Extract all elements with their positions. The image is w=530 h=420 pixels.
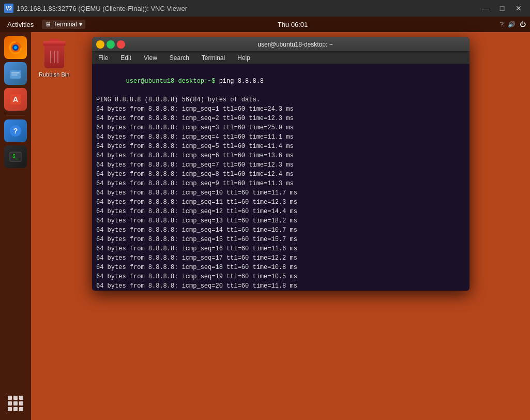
- terminal-output-line: 64 bytes from 8.8.8.8: icmp_seq=10 ttl=6…: [96, 188, 465, 198]
- terminal-output-line: 64 bytes from 8.8.8.8: icmp_seq=3 ttl=60…: [96, 123, 465, 132]
- svg-point-2: [14, 46, 17, 49]
- terminal-minimize-button[interactable]: [96, 40, 104, 49]
- panel-help-icon[interactable]: ?: [500, 21, 504, 28]
- terminal-menu-file[interactable]: File: [96, 53, 110, 63]
- vnc-icon: V2: [4, 4, 13, 13]
- vnc-close-button[interactable]: ✕: [511, 3, 526, 13]
- ubuntu-dock: A ? $_: [0, 32, 31, 420]
- terminal-menu-view[interactable]: View: [142, 53, 159, 63]
- terminal-output-line: 64 bytes from 8.8.8.8: icmp_seq=6 ttl=60…: [96, 151, 465, 160]
- panel-sound-icon[interactable]: 🔊: [508, 21, 516, 28]
- terminal-close-button[interactable]: [117, 40, 125, 49]
- terminal-maximize-button[interactable]: [107, 40, 115, 49]
- terminal-content[interactable]: user@ubuntu18-desktop:~$ ping 8.8.8.8 PI…: [92, 64, 470, 291]
- terminal-titlebar: user@ubuntu18-desktop: ~: [92, 37, 470, 52]
- svg-text:$_: $_: [12, 153, 19, 159]
- terminal-dropdown-icon: ▾: [79, 21, 82, 28]
- terminal-output-line: PING 8.8.8.8 (8.8.8.8) 56(84) bytes of d…: [96, 95, 465, 104]
- terminal-output-line: 64 bytes from 8.8.8.8: icmp_seq=1 ttl=60…: [96, 104, 465, 114]
- terminal-output-line: 64 bytes from 8.8.8.8: icmp_seq=12 ttl=6…: [96, 207, 465, 216]
- panel-clock: Thu 06:01: [85, 21, 501, 28]
- terminal-output-line: 64 bytes from 8.8.8.8: icmp_seq=16 ttl=6…: [96, 244, 465, 253]
- terminal-menu-help[interactable]: Help: [235, 53, 252, 63]
- terminal-output-line: 64 bytes from 8.8.8.8: icmp_seq=4 ttl=60…: [96, 132, 465, 142]
- dock-software[interactable]: A: [4, 88, 27, 111]
- vnc-minimize-button[interactable]: —: [478, 3, 493, 13]
- terminal-taskbar-label: Terminal: [53, 21, 77, 28]
- terminal-prompt: user@ubuntu18-desktop:~$: [126, 78, 216, 85]
- terminal-menu-terminal[interactable]: Terminal: [200, 53, 227, 63]
- bin-lid: [43, 41, 66, 46]
- terminal-menubar: File Edit View Search Terminal Help: [92, 52, 470, 64]
- activities-button[interactable]: Activities: [4, 20, 37, 29]
- terminal-output: PING 8.8.8.8 (8.8.8.8) 56(84) bytes of d…: [96, 95, 465, 291]
- terminal-output-line: 64 bytes from 8.8.8.8: icmp_seq=18 ttl=6…: [96, 263, 465, 272]
- terminal-output-line: 64 bytes from 8.8.8.8: icmp_seq=9 ttl=60…: [96, 179, 465, 188]
- dock-show-apps[interactable]: [4, 392, 27, 415]
- rubbish-bin-desktop-icon[interactable]: Rubbish Bin: [39, 41, 69, 78]
- bin-body: [44, 46, 64, 68]
- vnc-maximize-button[interactable]: □: [495, 3, 509, 13]
- terminal-output-line: 64 bytes from 8.8.8.8: icmp_seq=14 ttl=6…: [96, 226, 465, 235]
- rubbish-bin-icon: [42, 41, 67, 70]
- terminal-output-line: 64 bytes from 8.8.8.8: icmp_seq=20 ttl=6…: [96, 281, 465, 291]
- terminal-taskbar-item[interactable]: 🖥 Terminal ▾: [42, 20, 85, 29]
- terminal-output-line: 64 bytes from 8.8.8.8: icmp_seq=13 ttl=6…: [96, 216, 465, 226]
- panel-right-area: ? 🔊 ⏻: [500, 21, 526, 28]
- dock-divider: [6, 115, 25, 115]
- svg-rect-5: [11, 74, 18, 76]
- terminal-output-line: 64 bytes from 8.8.8.8: icmp_seq=11 ttl=6…: [96, 198, 465, 207]
- terminal-taskbar-icon: 🖥: [45, 21, 51, 28]
- svg-rect-4: [11, 72, 20, 73]
- apps-grid-icon: [8, 396, 23, 411]
- panel-power-icon[interactable]: ⏻: [520, 21, 526, 28]
- terminal-output-line: 64 bytes from 8.8.8.8: icmp_seq=15 ttl=6…: [96, 235, 465, 244]
- dock-firefox[interactable]: [4, 36, 27, 59]
- terminal-output-line: 64 bytes from 8.8.8.8: icmp_seq=2 ttl=60…: [96, 114, 465, 123]
- terminal-output-line: 64 bytes from 8.8.8.8: icmp_seq=17 ttl=6…: [96, 253, 465, 263]
- bin-lines: [50, 51, 58, 63]
- dock-files[interactable]: [4, 62, 27, 85]
- vnc-title: 192.168.1.83:32776 (QEMU (Cliente-Final)…: [17, 5, 478, 12]
- ubuntu-panel: Activities 🖥 Terminal ▾ Thu 06:01 ? 🔊 ⏻: [0, 17, 530, 32]
- terminal-prompt-line: user@ubuntu18-desktop:~$ ping 8.8.8.8: [96, 67, 465, 95]
- svg-text:A: A: [13, 95, 18, 103]
- terminal-window: user@ubuntu18-desktop: ~ File Edit View …: [92, 37, 470, 291]
- rubbish-bin-label: Rubbish Bin: [39, 71, 69, 78]
- terminal-menu-search[interactable]: Search: [168, 53, 191, 63]
- vnc-window-controls: — □ ✕: [478, 3, 526, 13]
- terminal-output-line: 64 bytes from 8.8.8.8: icmp_seq=5 ttl=60…: [96, 142, 465, 151]
- dock-help[interactable]: ?: [4, 119, 27, 142]
- terminal-window-title: user@ubuntu18-desktop: ~: [125, 41, 465, 48]
- terminal-window-controls: [96, 40, 125, 49]
- vnc-titlebar: V2 192.168.1.83:32776 (QEMU (Cliente-Fin…: [0, 0, 530, 17]
- terminal-output-line: 64 bytes from 8.8.8.8: icmp_seq=8 ttl=60…: [96, 170, 465, 179]
- terminal-output-line: 64 bytes from 8.8.8.8: icmp_seq=19 ttl=6…: [96, 272, 465, 281]
- terminal-output-line: 64 bytes from 8.8.8.8: icmp_seq=7 ttl=60…: [96, 160, 465, 170]
- terminal-command: ping 8.8.8.8: [215, 78, 264, 85]
- dock-terminal[interactable]: $_: [4, 145, 27, 168]
- ubuntu-desktop: Activities 🖥 Terminal ▾ Thu 06:01 ? 🔊 ⏻: [0, 17, 530, 420]
- terminal-menu-edit[interactable]: Edit: [118, 53, 133, 63]
- svg-text:?: ?: [13, 127, 18, 135]
